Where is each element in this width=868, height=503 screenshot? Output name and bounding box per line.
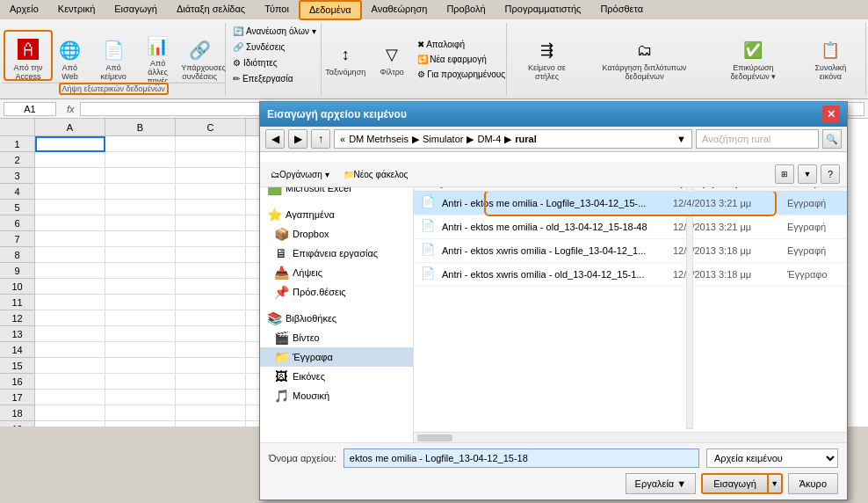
- cell[interactable]: [35, 295, 105, 310]
- search-icon-button[interactable]: 🔍: [822, 129, 842, 149]
- refresh-all-button[interactable]: 🔄 Ανανέωση όλων ▾: [229, 25, 320, 38]
- col-header-b[interactable]: B: [105, 119, 176, 136]
- cell[interactable]: [105, 247, 176, 263]
- cell[interactable]: [176, 279, 246, 295]
- text-to-columns-button[interactable]: ⇶ Κείμενο σε στήλες: [514, 33, 580, 84]
- tree-item-music[interactable]: 🎵 Μουσική: [260, 386, 413, 405]
- cell[interactable]: [35, 310, 105, 326]
- view-dropdown-button[interactable]: ▼: [798, 164, 817, 184]
- tree-item-favorites[interactable]: ⭐ Αγαπημένα: [260, 205, 413, 224]
- breadcrumb-dropdown-icon[interactable]: ▼: [676, 134, 686, 144]
- filter-button[interactable]: ▽ Φίλτρο: [373, 38, 410, 80]
- cell[interactable]: [105, 231, 176, 247]
- search-box[interactable]: Αναζήτηση rural: [696, 129, 819, 149]
- from-web-button[interactable]: 🌐 Από Web: [51, 33, 89, 84]
- cell[interactable]: [105, 279, 176, 295]
- connections-button[interactable]: 🔗 Συνδέσεις: [229, 40, 288, 54]
- cell[interactable]: [176, 215, 246, 231]
- up-button[interactable]: ↑: [311, 129, 330, 149]
- cell[interactable]: [35, 136, 105, 152]
- forward-button[interactable]: ▶: [288, 129, 307, 149]
- tree-item-documents[interactable]: 📁 Έγγραφα: [260, 347, 413, 367]
- tab-kentrikh[interactable]: Κεντρική: [48, 0, 105, 19]
- tree-item-desktop[interactable]: 🖥 Επιφάνεια εργασίας: [260, 244, 413, 263]
- tools-button[interactable]: Εργαλεία ▼: [626, 473, 697, 494]
- horizontal-scrollbar[interactable]: [414, 432, 847, 442]
- cell[interactable]: [176, 342, 246, 358]
- tree-item-images[interactable]: 🖼 Εικόνες: [260, 367, 413, 386]
- cell[interactable]: [105, 326, 176, 342]
- cell[interactable]: [105, 390, 176, 405]
- cell[interactable]: [176, 247, 246, 263]
- from-access-button[interactable]: 🅰 Από την Access: [7, 33, 49, 84]
- cell[interactable]: [105, 342, 176, 358]
- cell[interactable]: [105, 152, 176, 168]
- cell[interactable]: [176, 200, 246, 215]
- cell[interactable]: [176, 168, 246, 184]
- breadcrumb-segment-1[interactable]: DM Metrhseis: [349, 134, 409, 144]
- tree-item-downloads[interactable]: 📥 Λήψεις: [260, 263, 413, 282]
- tree-item-recent[interactable]: 📌 Πρόσ.θέσεις: [260, 282, 413, 302]
- tree-item-video[interactable]: 🎬 Βίντεο: [260, 328, 413, 347]
- from-text-button[interactable]: 📄 Από κείμενο: [90, 33, 136, 84]
- validate-button[interactable]: ✅ Επικύρωση δεδομένων ▾: [709, 33, 798, 84]
- cell[interactable]: [35, 152, 105, 168]
- breadcrumb-segment-3[interactable]: DM-4: [477, 134, 501, 144]
- file-row[interactable]: 📄 Antri - ektos xwris omilia - old_13-04…: [414, 263, 847, 287]
- existing-connections-button[interactable]: 🔗 Υπάρχουσες συνδέσεις: [179, 33, 220, 84]
- cell[interactable]: [35, 358, 105, 374]
- cell[interactable]: [35, 184, 105, 200]
- clear-button[interactable]: ✖ Απαλοιφή: [414, 38, 509, 51]
- cell[interactable]: [105, 358, 176, 374]
- view-options-button[interactable]: ⊞: [775, 164, 794, 184]
- tab-programmatistrhs[interactable]: Προγραμματιστής: [495, 0, 591, 19]
- tab-provolh[interactable]: Προβολή: [437, 0, 495, 19]
- dialog-close-button[interactable]: ✕: [822, 106, 840, 123]
- tab-eisagwgh[interactable]: Εισαγωγή: [105, 0, 167, 19]
- cell[interactable]: [35, 215, 105, 231]
- new-folder-button[interactable]: 📁 Νέος φάκελος: [340, 164, 412, 184]
- cell[interactable]: [105, 184, 176, 200]
- cell[interactable]: [105, 421, 176, 426]
- col-header-a[interactable]: A: [35, 119, 105, 136]
- cell[interactable]: [105, 136, 176, 152]
- tree-item-libraries[interactable]: 📚 Βιβλιοθήκες: [260, 309, 413, 328]
- cell[interactable]: [105, 405, 176, 421]
- cell[interactable]: [176, 152, 246, 168]
- cell[interactable]: [176, 231, 246, 247]
- cell[interactable]: [35, 279, 105, 295]
- cell[interactable]: [176, 358, 246, 374]
- breadcrumb-segment-2[interactable]: Simulator: [423, 134, 463, 144]
- cell[interactable]: [176, 421, 246, 426]
- cell[interactable]: [176, 184, 246, 200]
- tab-anatheorish[interactable]: Αναθεώρηση: [362, 0, 438, 19]
- breadcrumb-segment-4[interactable]: rural: [515, 134, 536, 144]
- tab-diataksh[interactable]: Διάταξη σελίδας: [167, 0, 255, 19]
- cell-reference-input[interactable]: [4, 102, 56, 116]
- breadcrumb-bar[interactable]: « DM Metrhseis ▶ Simulator ▶ DM-4 ▶ rura…: [334, 129, 692, 149]
- tab-archeio[interactable]: Αρχείο: [0, 0, 48, 19]
- import-button[interactable]: Εισαγωγή: [701, 473, 769, 494]
- cell[interactable]: [35, 390, 105, 405]
- cell[interactable]: [176, 374, 246, 390]
- import-dropdown-button[interactable]: ▼: [769, 473, 783, 494]
- tree-item-dropbox[interactable]: 📦 Dropbox: [260, 224, 413, 244]
- cell[interactable]: [35, 247, 105, 263]
- cell[interactable]: [35, 405, 105, 421]
- cell[interactable]: [105, 310, 176, 326]
- file-row[interactable]: 📄 Antri - ektos xwris omilia - Logfile_1…: [414, 239, 847, 263]
- cell[interactable]: [176, 326, 246, 342]
- properties-button[interactable]: ⚙ Ιδιότητες: [229, 56, 281, 69]
- from-other-button[interactable]: 📊 Από άλλες πηγές: [138, 29, 177, 89]
- cell[interactable]: [176, 310, 246, 326]
- cell[interactable]: [35, 231, 105, 247]
- col-header-c[interactable]: C: [176, 119, 246, 136]
- cell[interactable]: [105, 295, 176, 310]
- cell[interactable]: [105, 200, 176, 215]
- cell[interactable]: [105, 168, 176, 184]
- filename-input[interactable]: [344, 448, 699, 468]
- cell[interactable]: [176, 405, 246, 421]
- remove-duplicates-button[interactable]: 🗂 Κατάργηση διπλότυπων δεδομένων: [583, 33, 705, 84]
- tab-dedomena[interactable]: Δεδομένα: [299, 0, 362, 20]
- cell[interactable]: [176, 295, 246, 310]
